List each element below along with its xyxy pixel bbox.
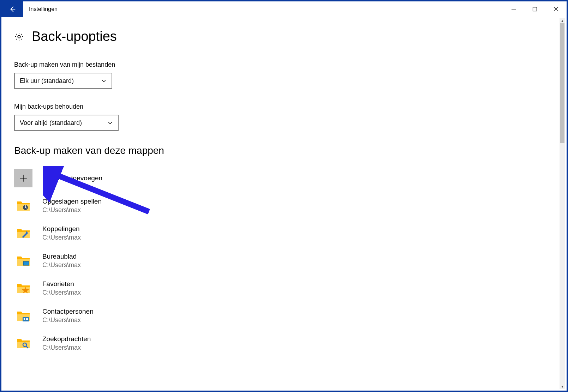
keep-backups-dropdown[interactable]: Voor altijd (standaard) — [14, 115, 119, 131]
svg-point-1 — [18, 35, 20, 38]
chevron-down-icon — [101, 78, 107, 84]
minimize-button[interactable] — [503, 1, 524, 17]
keep-backups-label: Mijn back-ups behouden — [14, 103, 554, 110]
titlebar: Instellingen — [1, 1, 567, 17]
folders-heading: Back-up maken van deze mappen — [14, 145, 554, 156]
backup-frequency-value: Elk uur (standaard) — [20, 77, 74, 85]
maximize-button[interactable] — [524, 1, 545, 17]
close-icon — [554, 7, 558, 12]
folder-path: C:\Users\max — [42, 344, 91, 352]
chevron-down-icon — [107, 120, 113, 126]
plus-icon — [14, 169, 32, 187]
folder-item[interactable]: Opgeslagen spellen C:\Users\max — [14, 197, 554, 215]
scrollbar-thumb[interactable] — [560, 23, 564, 143]
svg-point-6 — [24, 318, 25, 320]
folder-path: C:\Users\max — [42, 316, 94, 324]
folder-item[interactable]: Favorieten C:\Users\max — [14, 279, 554, 297]
keep-backups-value: Voor altijd (standaard) — [20, 119, 82, 127]
add-folder-label: Een map toevoegen — [42, 174, 102, 183]
add-folder-button[interactable]: Een map toevoegen — [14, 169, 554, 187]
folder-name: Contactpersonen — [42, 307, 94, 316]
content-area: Back-upopties Back-up maken van mijn bes… — [1, 17, 567, 391]
folder-icon — [14, 279, 32, 297]
folder-item[interactable]: Koppelingen C:\Users\max — [14, 224, 554, 242]
minimize-icon — [511, 7, 516, 12]
folder-name: Favorieten — [42, 280, 81, 289]
folder-item[interactable]: Zoekopdrachten C:\Users\max — [14, 334, 554, 352]
folder-icon — [14, 224, 32, 242]
folder-name: Koppelingen — [42, 225, 81, 234]
vertical-scrollbar[interactable]: ▲ ▼ — [560, 18, 565, 389]
folder-icon — [14, 197, 32, 215]
window-controls — [503, 1, 567, 17]
folder-icon — [14, 334, 32, 352]
backup-frequency-label: Back-up maken van mijn bestanden — [14, 61, 554, 68]
close-button[interactable] — [545, 1, 567, 17]
svg-rect-7 — [26, 318, 28, 319]
back-button[interactable] — [1, 1, 23, 17]
backup-frequency-dropdown[interactable]: Elk uur (standaard) — [14, 73, 112, 89]
folder-icon — [14, 307, 32, 325]
folder-path: C:\Users\max — [42, 234, 81, 242]
folder-name: Zoekopdrachten — [42, 335, 91, 344]
folder-item[interactable]: Contactpersonen C:\Users\max — [14, 307, 554, 325]
page-header: Back-upopties — [14, 29, 554, 44]
scroll-down-icon: ▼ — [560, 384, 565, 389]
arrow-left-icon — [8, 5, 16, 13]
folder-path: C:\Users\max — [42, 289, 81, 297]
page-title: Back-upopties — [32, 29, 117, 44]
folder-icon — [14, 252, 32, 270]
scroll-up-icon: ▲ — [560, 18, 565, 23]
gear-icon — [14, 32, 24, 42]
svg-rect-8 — [26, 319, 28, 320]
folder-path: C:\Users\max — [42, 261, 81, 269]
window-title: Instellingen — [23, 1, 503, 17]
folder-name: Bureaublad — [42, 252, 81, 261]
folder-path: C:\Users\max — [42, 206, 102, 214]
maximize-icon — [532, 7, 537, 12]
folder-item[interactable]: Bureaublad C:\Users\max — [14, 252, 554, 270]
svg-rect-3 — [23, 261, 29, 265]
svg-rect-0 — [533, 7, 537, 11]
folder-name: Opgeslagen spellen — [42, 197, 102, 206]
folders-list: Opgeslagen spellen C:\Users\max Koppelin… — [14, 197, 554, 352]
